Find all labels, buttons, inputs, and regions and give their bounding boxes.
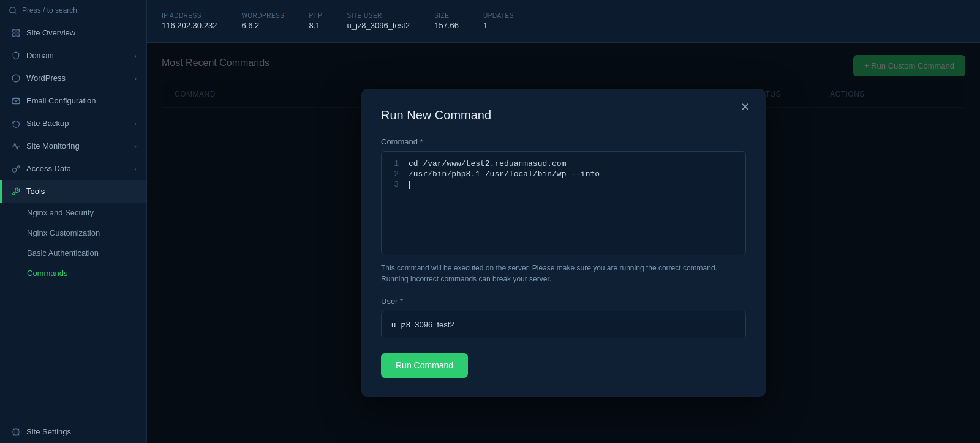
sidebar-item-access-data[interactable]: Access Data ›	[0, 157, 146, 180]
sidebar-label-access: Access Data	[26, 164, 71, 173]
sidebar-label-email: Email Configuration	[26, 96, 96, 105]
sidebar-sub-basic-auth[interactable]: Basic Authentication	[0, 243, 146, 263]
command-editor[interactable]: 1 cd /var/www/test2.reduanmasud.com 2 /u…	[381, 151, 746, 255]
command-label: Command *	[381, 137, 746, 146]
modal-title: Run New Command	[381, 108, 746, 122]
svg-point-7	[15, 431, 17, 433]
chevron-right-icon: ›	[134, 143, 137, 150]
code-line-2: 2 /usr/bin/php8.1 /usr/local/bin/wp --in…	[389, 169, 738, 179]
topbar-updates-value: 1	[483, 21, 514, 30]
sidebar-item-backup[interactable]: Site Backup ›	[0, 112, 146, 135]
shield-icon	[12, 51, 20, 60]
email-icon	[12, 97, 20, 105]
sidebar-label-site-overview: Site Overview	[26, 28, 75, 37]
topbar-size-value: 157.66	[434, 21, 459, 30]
sidebar-label-wordpress: WordPress	[26, 73, 66, 83]
main-content: IP ADDRESS 116.202.30.232 WORDPRESS 6.6.…	[147, 0, 980, 443]
warning-text: This command will be executed on the ser…	[381, 262, 746, 285]
modal-overlay[interactable]: Run New Command ✕ Command * 1 cd /var/ww…	[147, 43, 980, 443]
svg-rect-2	[13, 29, 15, 32]
topbar-wp-label: WORDPRESS	[241, 12, 284, 19]
search-icon	[9, 6, 17, 15]
sidebar-item-email[interactable]: Email Configuration	[0, 89, 146, 112]
chevron-right-icon: ›	[134, 52, 137, 59]
topbar-wp-value: 6.6.2	[241, 21, 284, 30]
sidebar-label-tools: Tools	[26, 187, 45, 196]
wordpress-icon	[12, 74, 20, 83]
sidebar-sub-commands[interactable]: Commands	[0, 263, 146, 283]
sidebar-item-monitoring[interactable]: Site Monitoring ›	[0, 135, 146, 157]
topbar-size-label: SIZE	[434, 12, 459, 19]
chevron-right-icon: ›	[134, 75, 137, 82]
content-area: Most Recent Commands + Run Custom Comman…	[147, 43, 980, 443]
top-bar: IP ADDRESS 116.202.30.232 WORDPRESS 6.6.…	[147, 0, 980, 43]
line-num-1: 1	[389, 159, 399, 168]
sidebar-sub-nginx-security[interactable]: Nginx and Security	[0, 203, 146, 223]
line-num-3: 3	[389, 180, 399, 189]
sidebar-item-site-settings[interactable]: Site Settings	[0, 420, 146, 443]
topbar-ip-label: IP ADDRESS	[162, 12, 217, 19]
grid-icon	[12, 29, 20, 37]
svg-line-1	[15, 12, 17, 14]
chevron-right-icon: ›	[134, 165, 137, 173]
topbar-ip: IP ADDRESS 116.202.30.232	[162, 12, 217, 30]
search-placeholder: Press / to search	[22, 6, 77, 15]
svg-rect-4	[13, 34, 15, 36]
topbar-php-value: 8.1	[309, 21, 322, 30]
topbar-siteuser-label: SITE USER	[347, 12, 410, 19]
code-line-1: 1 cd /var/www/test2.reduanmasud.com	[389, 159, 738, 168]
topbar-updates: UPDATES 1	[483, 12, 514, 30]
line-num-2: 2	[389, 169, 399, 179]
topbar-siteuser: SITE USER u_jz8_3096_test2	[347, 12, 410, 30]
svg-point-0	[10, 7, 15, 13]
sidebar-label-monitoring: Site Monitoring	[26, 141, 80, 151]
topbar-size: SIZE 157.66	[434, 12, 459, 30]
line-code-1: cd /var/www/test2.reduanmasud.com	[409, 159, 566, 168]
topbar-ip-value: 116.202.30.232	[162, 21, 217, 30]
line-code-2: /usr/bin/php8.1 /usr/local/bin/wp --info	[409, 169, 600, 179]
topbar-wp: WORDPRESS 6.6.2	[241, 12, 284, 30]
sidebar-item-domain[interactable]: Domain ›	[0, 44, 146, 67]
sidebar-label-backup: Site Backup	[26, 119, 69, 128]
user-input[interactable]	[381, 311, 746, 338]
tools-icon	[12, 187, 20, 196]
search-bar[interactable]: Press / to search	[0, 0, 146, 21]
svg-point-6	[12, 75, 20, 82]
backup-icon	[12, 119, 20, 128]
sidebar-label-settings: Site Settings	[26, 427, 71, 436]
code-lines: 1 cd /var/www/test2.reduanmasud.com 2 /u…	[389, 159, 738, 189]
svg-rect-3	[17, 29, 19, 32]
gear-icon	[12, 428, 20, 436]
modal-close-button[interactable]: ✕	[736, 99, 753, 116]
sidebar-item-site-overview[interactable]: Site Overview	[0, 21, 146, 44]
topbar-php: PHP 8.1	[309, 12, 322, 30]
topbar-php-label: PHP	[309, 12, 322, 19]
sidebar-item-wordpress[interactable]: WordPress ›	[0, 67, 146, 89]
code-line-3: 3	[389, 180, 738, 189]
monitoring-icon	[12, 142, 20, 151]
sidebar: Press / to search Site Overview Domain ›…	[0, 0, 147, 443]
topbar-updates-label: UPDATES	[483, 12, 514, 19]
sidebar-sub-nginx-customization[interactable]: Nginx Customization	[0, 223, 146, 243]
sidebar-label-domain: Domain	[26, 51, 54, 60]
sidebar-item-tools[interactable]: Tools	[0, 180, 146, 203]
access-icon	[12, 165, 20, 173]
run-command-modal: Run New Command ✕ Command * 1 cd /var/ww…	[361, 89, 766, 397]
topbar-siteuser-value: u_jz8_3096_test2	[347, 21, 410, 30]
run-command-button[interactable]: Run Command	[381, 353, 468, 378]
text-cursor	[409, 181, 410, 189]
svg-rect-5	[17, 34, 19, 36]
chevron-right-icon: ›	[134, 120, 137, 127]
user-label: User *	[381, 297, 746, 306]
